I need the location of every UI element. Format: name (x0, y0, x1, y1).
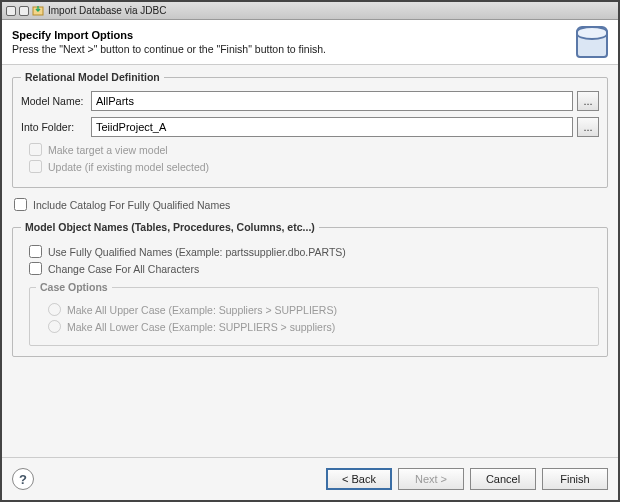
label-change-case: Change Case For All Characters (48, 263, 199, 275)
row-use-fqn: Use Fully Qualified Names (Example: part… (29, 245, 599, 258)
help-button[interactable]: ? (12, 468, 34, 490)
dialog-window: Import Database via JDBC Specify Import … (0, 0, 620, 502)
browse-model-name-button[interactable]: ... (577, 91, 599, 111)
change-case-checkbox[interactable] (29, 262, 42, 275)
next-button: Next > (398, 468, 464, 490)
wizard-header: Specify Import Options Press the "Next >… (2, 20, 618, 65)
make-view-checkbox (29, 143, 42, 156)
browse-into-folder-button[interactable]: ... (577, 117, 599, 137)
label-update-existing: Update (if existing model selected) (48, 161, 209, 173)
finish-button[interactable]: Finish (542, 468, 608, 490)
label-use-fqn: Use Fully Qualified Names (Example: part… (48, 246, 346, 258)
case-options-legend: Case Options (36, 281, 112, 293)
row-update-existing: Update (if existing model selected) (29, 160, 599, 173)
row-upper-case: Make All Upper Case (Example: Suppliers … (48, 303, 592, 316)
row-into-folder: Into Folder: ... (21, 117, 599, 137)
lower-case-radio (48, 320, 61, 333)
use-fqn-checkbox[interactable] (29, 245, 42, 258)
row-change-case: Change Case For All Characters (29, 262, 599, 275)
window-control-1[interactable] (6, 6, 16, 16)
wizard-body: Relational Model Definition Model Name: … (2, 65, 618, 457)
group-object-names: Model Object Names (Tables, Procedures, … (12, 221, 608, 357)
window-control-2[interactable] (19, 6, 29, 16)
cancel-button[interactable]: Cancel (470, 468, 536, 490)
label-upper-case: Make All Upper Case (Example: Suppliers … (67, 304, 337, 316)
group-case-options: Case Options Make All Upper Case (Exampl… (29, 281, 599, 346)
row-make-view: Make target a view model (29, 143, 599, 156)
label-make-view: Make target a view model (48, 144, 168, 156)
row-include-catalog: Include Catalog For Fully Qualified Name… (14, 198, 608, 211)
upper-case-radio (48, 303, 61, 316)
label-into-folder: Into Folder: (21, 121, 91, 133)
label-include-catalog: Include Catalog For Fully Qualified Name… (33, 199, 230, 211)
include-catalog-checkbox[interactable] (14, 198, 27, 211)
model-name-input[interactable] (91, 91, 573, 111)
label-model-name: Model Name: (21, 95, 91, 107)
page-subtitle: Press the "Next >" button to continue or… (12, 43, 568, 55)
wizard-footer: ? < Back Next > Cancel Finish (2, 457, 618, 500)
database-icon (576, 26, 608, 58)
row-model-name: Model Name: ... (21, 91, 599, 111)
group-relational-legend: Relational Model Definition (21, 71, 164, 83)
back-button[interactable]: < Back (326, 468, 392, 490)
group-relational-model: Relational Model Definition Model Name: … (12, 71, 608, 188)
into-folder-input[interactable] (91, 117, 573, 137)
import-icon (32, 5, 44, 17)
label-lower-case: Make All Lower Case (Example: SUPPLIERS … (67, 321, 335, 333)
row-lower-case: Make All Lower Case (Example: SUPPLIERS … (48, 320, 592, 333)
group-object-names-legend: Model Object Names (Tables, Procedures, … (21, 221, 319, 233)
page-title: Specify Import Options (12, 29, 568, 41)
window-title: Import Database via JDBC (48, 5, 166, 16)
titlebar: Import Database via JDBC (2, 2, 618, 20)
update-existing-checkbox (29, 160, 42, 173)
